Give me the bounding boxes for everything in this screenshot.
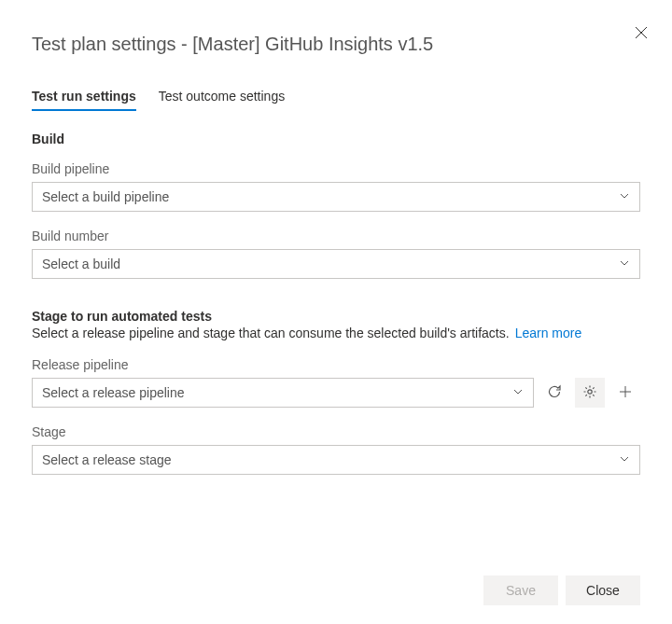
plus-icon — [618, 384, 633, 402]
build-pipeline-select[interactable]: Select a build pipeline — [32, 182, 640, 212]
build-section-heading: Build — [32, 132, 640, 146]
stage-label: Stage — [32, 424, 640, 439]
build-number-select[interactable]: Select a build — [32, 249, 640, 279]
stage-section-heading: Stage to run automated tests — [32, 309, 640, 324]
refresh-icon — [547, 384, 562, 402]
stage-section-description: Select a release pipeline and stage that… — [32, 326, 510, 340]
release-pipeline-label: Release pipeline — [32, 357, 640, 372]
close-button[interactable]: Close — [566, 575, 640, 605]
tab-test-run-settings[interactable]: Test run settings — [32, 89, 136, 111]
close-icon[interactable] — [635, 26, 650, 41]
release-pipeline-select[interactable]: Select a release pipeline — [32, 378, 534, 408]
tab-test-outcome-settings[interactable]: Test outcome settings — [159, 89, 285, 111]
release-pipeline-value: Select a release pipeline — [42, 385, 185, 400]
settings-button[interactable] — [575, 378, 605, 408]
refresh-button[interactable] — [539, 378, 569, 408]
svg-point-2 — [588, 389, 592, 393]
chevron-down-icon — [619, 452, 630, 467]
dialog-title: Test plan settings - [Master] GitHub Ins… — [32, 34, 640, 55]
chevron-down-icon — [619, 189, 630, 204]
save-button[interactable]: Save — [483, 575, 558, 605]
chevron-down-icon — [619, 257, 630, 271]
tabs: Test run settings Test outcome settings — [32, 89, 640, 111]
stage-value: Select a release stage — [42, 452, 172, 467]
build-number-value: Select a build — [42, 257, 120, 271]
chevron-down-icon — [512, 385, 524, 400]
add-button[interactable] — [610, 378, 640, 408]
build-number-label: Build number — [32, 229, 640, 243]
build-pipeline-value: Select a build pipeline — [42, 189, 169, 204]
learn-more-link[interactable]: Learn more — [515, 326, 582, 340]
build-pipeline-label: Build pipeline — [32, 161, 640, 176]
stage-select[interactable]: Select a release stage — [32, 445, 640, 475]
gear-icon — [582, 384, 597, 402]
